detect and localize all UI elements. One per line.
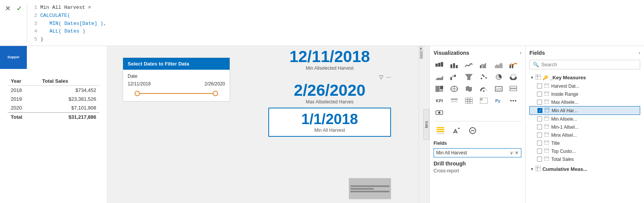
field-dropdown-icon[interactable]: ∨ bbox=[510, 150, 513, 156]
viz-icon-multirow[interactable] bbox=[508, 83, 519, 94]
viz-icon-analytics[interactable] bbox=[466, 124, 480, 138]
field-item-max-allsele[interactable]: Max Allsele... bbox=[529, 98, 640, 106]
slicer-slider[interactable] bbox=[128, 90, 225, 97]
svg-rect-79 bbox=[536, 166, 541, 171]
drill-title: Drill through bbox=[434, 160, 521, 167]
filters-tab-label: ters bbox=[424, 121, 429, 128]
viz-icon-filled-map[interactable] bbox=[463, 83, 475, 94]
viz-icon-kpi[interactable]: KPI bbox=[434, 95, 445, 106]
viz-icon-clustered-bar[interactable] bbox=[478, 60, 490, 70]
svg-point-19 bbox=[485, 77, 487, 79]
metric-3-value: 1/1/2018 bbox=[274, 111, 386, 128]
confirm-button[interactable]: ✓ bbox=[15, 4, 24, 13]
field-item-minx-allsel[interactable]: Minx Allsel... bbox=[529, 131, 640, 139]
field-item-min-allsele[interactable]: Min Allsele... bbox=[529, 115, 640, 123]
viz-icon-treemap[interactable] bbox=[434, 83, 445, 94]
filter-icon[interactable]: ▽ bbox=[379, 74, 383, 80]
field-checkbox-max-allsele[interactable] bbox=[537, 100, 542, 105]
search-icon: 🔍 bbox=[533, 62, 539, 67]
viz-icon-donut[interactable] bbox=[508, 72, 519, 82]
field-item-top-custo[interactable]: Top Custo... bbox=[529, 147, 640, 155]
viz-icon-gauge[interactable] bbox=[478, 83, 490, 94]
scroll-up[interactable]: ▲ bbox=[419, 46, 423, 51]
field-checkbox-min1-allsel[interactable] bbox=[537, 124, 542, 129]
svg-point-47 bbox=[513, 100, 514, 102]
viz-icon-funnel[interactable] bbox=[463, 72, 475, 82]
key-measures-group-header[interactable]: ▼ 🔑 _Key Measures bbox=[529, 73, 640, 82]
data-table: Year Total Sales 2018 $734,452 2019 $23,… bbox=[8, 77, 99, 121]
svg-rect-6 bbox=[480, 65, 481, 68]
viz-icon-ai[interactable] bbox=[434, 107, 445, 118]
viz-icon-matrix[interactable]: R bbox=[478, 95, 490, 106]
viz-icon-scatter[interactable] bbox=[478, 72, 490, 82]
field-name-top-custo: Top Custo... bbox=[551, 149, 576, 154]
field-checkbox-inside-range[interactable] bbox=[537, 92, 542, 97]
field-clear-icon[interactable]: ✕ bbox=[515, 150, 519, 156]
svg-rect-34 bbox=[510, 89, 517, 91]
field-checkbox-harvest-dat[interactable] bbox=[537, 83, 542, 88]
field-checkbox-min-allsele[interactable] bbox=[537, 116, 542, 121]
svg-rect-59 bbox=[544, 83, 549, 88]
viz-icon-bar-chart[interactable] bbox=[449, 60, 460, 70]
search-input[interactable] bbox=[541, 62, 637, 67]
field-checkbox-top-custo[interactable] bbox=[537, 149, 542, 154]
svg-point-30 bbox=[483, 90, 485, 92]
field-checkbox-title[interactable] bbox=[537, 141, 542, 146]
key-measures-group: ▼ 🔑 _Key Measures Harvest Dat... bbox=[529, 73, 640, 174]
field-item-harvest-dat[interactable]: Harvest Dat... bbox=[529, 82, 640, 90]
viz-icon-area-chart[interactable] bbox=[493, 60, 504, 70]
viz-icon-line-chart[interactable] bbox=[463, 60, 475, 70]
viz-icon-waterfall[interactable] bbox=[449, 72, 460, 82]
viz-icon-python[interactable]: Py bbox=[493, 95, 504, 106]
svg-rect-53 bbox=[437, 131, 444, 132]
svg-rect-52 bbox=[437, 129, 444, 130]
viz-icon-more[interactable] bbox=[508, 95, 519, 106]
viz-icon-fields-list[interactable] bbox=[434, 124, 447, 138]
more-options[interactable]: ··· bbox=[386, 74, 391, 80]
viz-icon-format[interactable] bbox=[450, 124, 463, 138]
field-item-inside-range[interactable]: Inside Range bbox=[529, 90, 640, 98]
svg-rect-38 bbox=[465, 98, 473, 104]
left-panel: Suppor Year Total Sales 2018 $734,452 20… bbox=[0, 46, 107, 203]
viz-icon-combo[interactable] bbox=[508, 60, 519, 70]
field-item-total-sales[interactable]: Total Sales bbox=[529, 155, 640, 163]
cumulative-group-header[interactable]: ▼ Cumulative Meas... bbox=[529, 165, 640, 174]
svg-rect-2 bbox=[441, 62, 443, 67]
field-item-min-all-har[interactable]: ✓ Min All Har... bbox=[529, 106, 640, 115]
fields-panel-header: Fields › bbox=[529, 50, 640, 56]
field-checkbox-min-all-har[interactable]: ✓ bbox=[537, 108, 542, 113]
slider-thumb-right[interactable] bbox=[213, 91, 218, 96]
drill-section: Drill through Cross-report bbox=[434, 160, 521, 174]
scrollbar[interactable] bbox=[419, 46, 423, 203]
svg-rect-15 bbox=[454, 75, 456, 77]
slider-thumb-left[interactable] bbox=[135, 91, 140, 96]
svg-rect-71 bbox=[544, 132, 549, 137]
viz-panel-chevron[interactable]: › bbox=[520, 50, 521, 56]
viz-icon-card[interactable]: 123 bbox=[493, 83, 504, 94]
slicer-end-date: 2/26/2020 bbox=[205, 81, 225, 87]
svg-rect-1 bbox=[438, 63, 440, 67]
viz-icon-map[interactable] bbox=[449, 83, 460, 94]
viz-panel-title: Visualizations bbox=[434, 50, 469, 56]
field-item-min1-allsel[interactable]: Min-1 Allsel... bbox=[529, 123, 640, 131]
viz-icon-stacked-bar[interactable] bbox=[434, 60, 445, 70]
viz-icon-table[interactable] bbox=[463, 95, 475, 106]
filters-tab[interactable]: ters bbox=[423, 109, 429, 140]
field-input-row[interactable]: Min All Harvest ∨ ✕ bbox=[434, 148, 521, 157]
viz-icon-ribbon[interactable] bbox=[434, 72, 445, 82]
field-name-title: Title bbox=[551, 141, 560, 146]
viz-icon-pie[interactable] bbox=[493, 72, 504, 82]
field-checkbox-minx-allsel[interactable] bbox=[537, 133, 542, 138]
svg-rect-51 bbox=[437, 127, 444, 128]
cumulative-table-icon bbox=[536, 166, 541, 172]
close-button[interactable]: ✕ bbox=[3, 4, 12, 13]
fields-panel-chevron[interactable]: › bbox=[639, 50, 640, 56]
metric-1-value: 12/11/2018 bbox=[268, 48, 391, 65]
group-collapse-arrow: ▼ bbox=[530, 75, 534, 80]
field-item-title[interactable]: Title bbox=[529, 139, 640, 147]
col-year: Year bbox=[8, 77, 39, 86]
search-box[interactable]: 🔍 bbox=[529, 60, 640, 69]
viz-icon-slicer[interactable] bbox=[449, 95, 460, 106]
field-checkbox-total-sales[interactable] bbox=[537, 157, 542, 162]
svg-rect-9 bbox=[485, 63, 486, 68]
